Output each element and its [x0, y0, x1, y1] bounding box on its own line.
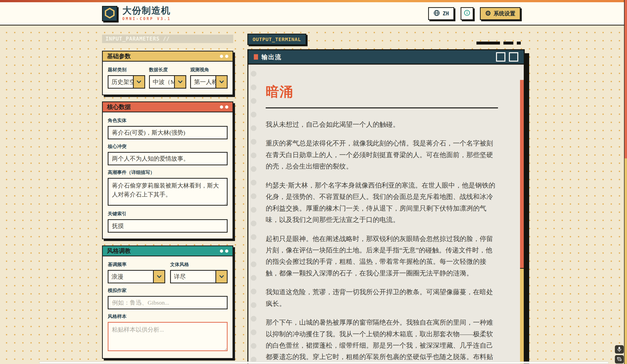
hexagon-icon — [104, 7, 115, 20]
length-label: 数据长度 — [149, 67, 186, 73]
floating-tools — [615, 345, 624, 364]
basic-params-title: 基础参数 — [107, 52, 131, 60]
pov-select-value: 第一人称 — [191, 76, 215, 88]
pov-label: 观测视角 — [190, 67, 228, 73]
page-scrollbar[interactable] — [624, 0, 627, 364]
input-section-label: INPUT_PARAMETERS // — [102, 35, 233, 43]
terminal-scrollbar[interactable] — [520, 80, 524, 364]
deco-dashes — [476, 42, 521, 45]
window-button-2[interactable] — [509, 52, 518, 62]
chevron-down-icon — [153, 271, 164, 283]
tone-label: 基调频率 — [108, 261, 165, 268]
app-header: 大份制造机 OMNI-CORP V3.1 ZH — [0, 2, 627, 26]
basic-params-header: 基础参数 — [103, 51, 233, 62]
settings-label: 系统设置 — [494, 10, 515, 17]
window-button-1[interactable] — [496, 52, 505, 62]
terminal-scrollbar-thumb[interactable] — [520, 80, 524, 269]
tone-select-value: 浪漫 — [108, 271, 153, 283]
chevron-down-icon — [133, 76, 144, 88]
keyword-label: 关键索引 — [108, 211, 228, 217]
keyword-input[interactable] — [108, 219, 228, 233]
main-layout: INPUT_PARAMETERS // 基础参数 题材类别 历史架空 — [0, 26, 627, 364]
microphone-icon — [617, 346, 622, 353]
story-body: 我从未想过，自己会如此渴望一个人的触碰。重庆的雾气总是浓得化不开，就像我此刻的心… — [266, 119, 498, 364]
characters-input[interactable] — [108, 126, 228, 139]
characters-label: 角色实体 — [108, 117, 228, 124]
conflict-label: 核心冲突 — [108, 143, 228, 150]
story-title: 暗涌 — [266, 83, 498, 101]
style-sample-label: 风格样本 — [108, 313, 228, 320]
genre-style-select-value: 详尽 — [171, 271, 215, 283]
style-tuning-title: 风格调教 — [107, 247, 131, 255]
core-data-header: 核心数据 — [103, 102, 233, 112]
app-logo — [102, 6, 117, 21]
language-label: ZH — [443, 11, 449, 17]
info-button[interactable] — [461, 7, 473, 20]
language-button[interactable]: ZH — [428, 7, 454, 20]
card-deco-dots — [220, 105, 228, 109]
info-icon — [464, 10, 470, 17]
climax-label: 高潮事件（详细描写） — [108, 169, 228, 176]
output-column: OUTPUT_TERMINAL 输出流 暗涌 我从未想过，自己会如此渴望一个人的… — [247, 35, 525, 364]
brand-block: 大份制造机 OMNI-CORP V3.1 — [122, 6, 171, 21]
core-data-title: 核心数据 — [107, 103, 131, 111]
chevron-down-icon — [174, 76, 185, 88]
genre-style-select[interactable]: 详尽 — [170, 270, 228, 283]
chevron-down-icon — [215, 271, 227, 283]
length-select-value: 中波（Medium） — [150, 76, 174, 88]
chevron-down-icon — [215, 76, 227, 88]
core-data-card: 核心数据 角色实体 核心冲突 高潮事件（详细描写） 蒋介石偷穿萝莉服装被斯大林看… — [102, 101, 233, 239]
stream-indicator-icon — [254, 54, 258, 60]
story-paragraph: 约瑟夫·斯大林，那个名字本身就像西伯利亚的寒流。在世人眼中，他是钢铁的化身，是强… — [266, 180, 498, 226]
system-settings-button[interactable]: ⚙ 系统设置 — [480, 7, 521, 20]
page-scrollbar-thumb[interactable] — [625, 0, 627, 158]
story-paragraph: 我从未想过，自己会如此渴望一个人的触碰。 — [266, 119, 498, 130]
card-deco-dots — [220, 55, 228, 58]
genre-select-value: 历史架空 — [108, 76, 133, 88]
top-accent-stripe — [0, 0, 627, 2]
input-column: INPUT_PARAMETERS // 基础参数 题材类别 历史架空 — [102, 35, 233, 364]
page-horizontal-scrollbar[interactable] — [39, 362, 609, 364]
conflict-input[interactable] — [108, 152, 228, 165]
title-divider — [266, 107, 498, 108]
basic-params-card: 基础参数 题材类别 历史架空 数据长度 — [102, 51, 233, 95]
climax-textarea[interactable]: 蒋介石偷穿萝莉服装被斯大林看到，斯大人对蒋介石上下其手。 — [108, 178, 228, 206]
style-tuning-card: 风格调教 基调频率 浪漫 文体风格 — [102, 245, 233, 359]
capture-target-button[interactable] — [615, 355, 624, 364]
gear-icon: ⚙ — [485, 10, 491, 17]
genre-style-label: 文体风格 — [170, 261, 228, 268]
story-paragraph: 起初只是眼神。他在阐述战略时，那双锐利的灰眼睛会忽然掠过我的脸，停留片刻，像在评… — [266, 233, 498, 279]
output-terminal-window: 输出流 暗涌 我从未想过，自己会如此渴望一个人的触碰。重庆的雾气总是浓得化不开，… — [247, 49, 525, 364]
microphone-button[interactable] — [615, 345, 624, 354]
length-select[interactable]: 中波（Medium） — [149, 75, 186, 89]
tone-select[interactable]: 浪漫 — [108, 270, 165, 283]
genre-select[interactable]: 历史架空 — [108, 75, 145, 89]
card-deco-dots — [220, 249, 228, 253]
terminal-titlebar: 输出流 — [248, 50, 524, 65]
app-subtitle: OMNI-CORP V3.1 — [122, 17, 171, 21]
genre-label: 题材类别 — [108, 67, 145, 73]
mimic-writer-input[interactable] — [108, 296, 228, 309]
pov-select[interactable]: 第一人称 — [190, 75, 228, 89]
mimic-writer-label: 模拟作家 — [108, 287, 228, 294]
terminal-title: 输出流 — [261, 53, 282, 61]
story-paragraph: 那个下午，山城的暑热被厚厚的窗帘隔绝在外。我独自在寓所的里间，一种难以抑制的冲动… — [266, 317, 498, 364]
story-paragraph: 重庆的雾气总是浓得化不开，就像我此刻的心情。我是蒋介石，一个名字被刻在青天白日勋… — [266, 137, 498, 172]
style-sample-textarea[interactable] — [108, 322, 228, 351]
globe-icon — [433, 10, 440, 18]
story-paragraph: 我知道这危险，荒谬，违背一切我所公开捍卫的教条。可渴望像藤蔓，在暗处疯长。 — [266, 286, 498, 309]
app-title: 大份制造机 — [122, 6, 171, 16]
target-refresh-icon — [617, 356, 622, 363]
output-terminal-tab[interactable]: OUTPUT_TERMINAL — [247, 34, 306, 45]
terminal-content: 暗涌 我从未想过，自己会如此渴望一个人的触碰。重庆的雾气总是浓得化不开，就像我此… — [248, 65, 524, 364]
style-tuning-header: 风格调教 — [103, 246, 233, 256]
